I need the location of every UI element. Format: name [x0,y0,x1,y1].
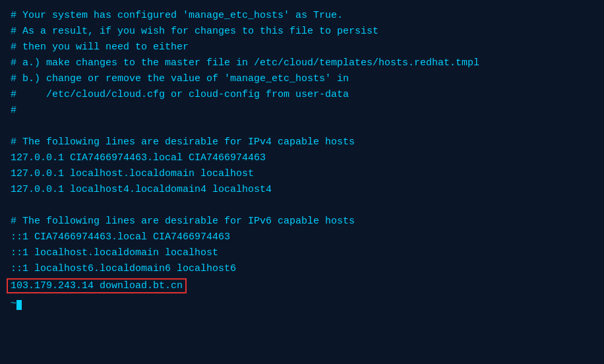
prompt-symbol: ~ [11,298,16,309]
terminal-line-7: # [11,103,593,119]
terminal-empty-1 [11,119,593,135]
terminal-line-13: # The following lines are desirable for … [11,214,593,229]
terminal-window: # Your system has configured 'manage_etc… [0,0,604,364]
terminal-line-2: # As a result, if you wish for changes t… [11,24,593,40]
terminal-line-5: # b.) change or remove the value of 'man… [11,71,593,87]
terminal-line-6: # /etc/cloud/cloud.cfg or cloud-config f… [11,87,593,103]
terminal-empty-2 [11,198,593,214]
terminal-line-17-highlighted: 103.179.243.14 download.bt.cn [7,278,187,293]
terminal-cursor [16,300,22,310]
terminal-prompt-line: ~ [11,297,593,310]
terminal-line-11: 127.0.0.1 localhost4.localdomain4 localh… [11,182,593,198]
terminal-line-15: ::1 localhost.localdomain localhost [11,245,593,261]
terminal-line-14: ::1 CIA7466974463.local CIA7466974463 [11,229,593,245]
terminal-line-16: ::1 localhost6.localdomain6 localhost6 [11,261,593,277]
terminal-line-9: 127.0.0.1 CIA7466974463.local CIA7466974… [11,150,593,166]
terminal-line-4: # a.) make changes to the master file in… [11,55,593,71]
terminal-line-1: # Your system has configured 'manage_etc… [11,8,593,24]
terminal-line-3: # then you will need to either [11,40,593,55]
terminal-line-8: # The following lines are desirable for … [11,135,593,150]
terminal-line-10: 127.0.0.1 localhost.localdomain localhos… [11,166,593,182]
